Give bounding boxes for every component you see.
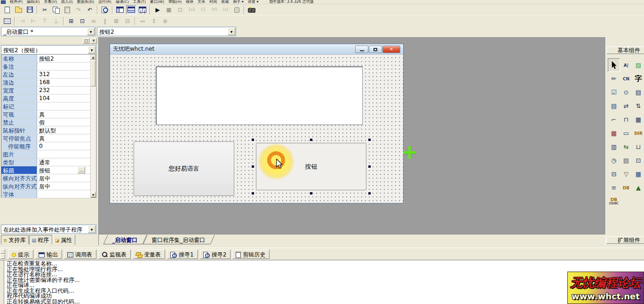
chart-component-icon[interactable]: ▲	[632, 181, 644, 195]
menu-item-查看(V)[interactable]: 查看(V)	[44, 0, 57, 3]
db-source-component-icon[interactable]: DB	[620, 181, 632, 195]
scroll-down-icon[interactable]: ▼	[91, 192, 95, 197]
scrollbar-thumb[interactable]	[91, 60, 95, 86]
object-selector-combo[interactable]: 按钮2（按钮）	[1, 45, 96, 55]
property-row-停留顺序[interactable]: 停留顺序0	[1, 142, 91, 150]
new-file-icon[interactable]	[2, 5, 12, 15]
property-value[interactable]: 居中	[37, 182, 91, 190]
property-row-左边[interactable]: 左边312	[1, 70, 91, 78]
property-row-横向对齐方式[interactable]: 横向对齐方式居中	[1, 174, 91, 182]
pointer-tool-icon[interactable]	[608, 58, 620, 72]
watch-table-button[interactable]: 监视表	[98, 249, 131, 259]
form-designer-icon[interactable]	[2, 16, 12, 26]
component-selector-combo[interactable]: 按钮2	[97, 27, 236, 36]
save-icon[interactable]	[24, 5, 35, 15]
richedit-component-icon[interactable]: ▤	[632, 86, 644, 99]
property-row-可视[interactable]: 可视真	[1, 110, 91, 118]
minimize-icon[interactable]	[355, 46, 368, 53]
db-text-component-icon[interactable]: ≡	[608, 181, 620, 195]
menu-item-插入(I)[interactable]: 插入(I)	[61, 0, 73, 3]
calendar-component-icon[interactable]: ▦	[608, 126, 620, 140]
label-component-icon[interactable]: A|	[620, 58, 632, 72]
dir-component-icon[interactable]: DIR	[632, 126, 644, 140]
property-value[interactable]: 104	[37, 94, 91, 102]
chevron-down-icon[interactable]	[228, 28, 235, 35]
property-value[interactable]: 168	[37, 78, 91, 86]
property-value[interactable]: 居中	[37, 174, 91, 182]
selection-handle[interactable]	[310, 139, 312, 141]
menu-item-模块[interactable]: 模块	[186, 0, 193, 3]
call-table-button[interactable]: 调用表	[64, 249, 96, 259]
tips-button[interactable]: 提示	[8, 249, 33, 259]
property-value[interactable]: 假	[37, 118, 91, 126]
property-value[interactable]	[37, 102, 91, 110]
property-value[interactable]: 0	[37, 142, 91, 150]
copy-icon[interactable]	[51, 5, 61, 15]
property-row-字体[interactable]: 字体	[1, 190, 91, 198]
property-row-标题[interactable]: 标题按钮…	[1, 166, 91, 174]
menu-item-例子 ▾[interactable]: 例子 ▾	[233, 0, 244, 3]
property-row-类型[interactable]: 类型通常	[1, 158, 91, 166]
window-layout-bottom-icon[interactable]	[126, 5, 136, 15]
datepicker-component-icon[interactable]: ▥	[608, 140, 620, 154]
edit-component-icon[interactable]: ✏	[608, 72, 620, 86]
combobox-component-icon[interactable]: CN	[620, 72, 632, 86]
search2-button[interactable]: 搜寻2	[200, 249, 231, 259]
panel-maximize-icon[interactable]: □	[83, 38, 89, 44]
panel-tab-程序[interactable]: ▤程序	[29, 235, 52, 244]
checkbox-component-icon[interactable]: ☑	[608, 86, 620, 99]
hscrollbar-component-icon[interactable]: ⇄	[620, 99, 632, 113]
chevron-down-icon[interactable]	[88, 226, 95, 233]
tab-component-icon[interactable]: ⊓	[620, 113, 632, 126]
selection-handle[interactable]	[368, 139, 371, 141]
selection-handle[interactable]	[252, 165, 254, 168]
cut-icon[interactable]: ✂	[40, 5, 50, 15]
menu-item-编译(C)[interactable]: 编译(C)	[116, 0, 129, 3]
property-value[interactable]: 按钮…	[37, 166, 91, 174]
menu-item-收藏[interactable]: 收藏	[221, 0, 229, 3]
odbc-component-icon[interactable]: DBODBC	[608, 195, 620, 208]
designer-tab-_启动窗口[interactable]: _启动窗口	[103, 235, 147, 244]
find-in-files-icon[interactable]: ✦	[246, 5, 257, 15]
panel-tab-属性[interactable]: ◪属性	[53, 234, 75, 245]
editline-component-icon[interactable]: ▭	[620, 126, 632, 140]
basic-components-header[interactable]: 基本组件	[606, 47, 644, 54]
property-row-图片[interactable]: 图片	[1, 150, 91, 158]
property-grid-scrollbar[interactable]: ▲ ▼	[90, 55, 95, 197]
menu-item-帮助(H)[interactable]: 帮助(H)	[168, 0, 182, 3]
monitor-pair-component-icon[interactable]: ⊟	[608, 167, 620, 181]
property-row-可停留焦点[interactable]: 可停留焦点真	[1, 134, 91, 142]
groupbox-component-icon[interactable]: ⊔	[632, 140, 644, 154]
form-button-hello[interactable]: 您好易语言	[134, 141, 234, 196]
property-value[interactable]: 真	[37, 110, 91, 118]
designer-tab-窗口程序集_启动窗口[interactable]: 窗口程序集_启动窗口	[143, 235, 215, 244]
property-row-标记[interactable]: 标记	[1, 102, 91, 110]
run-icon[interactable]: ▶	[152, 5, 163, 15]
menu-item-工具(T)[interactable]: 工具(T)	[133, 0, 146, 3]
clock-component-icon[interactable]: ◷	[608, 154, 620, 167]
property-value[interactable]: 默认型	[37, 126, 91, 134]
same-width-icon[interactable]: ⊞	[66, 16, 76, 26]
form-selector-combo[interactable]: _启动窗口 *	[1, 27, 95, 36]
printer-component-icon[interactable]: ▤	[620, 154, 632, 167]
property-value[interactable]: 232	[37, 86, 91, 94]
char-label-component-icon[interactable]: 字	[632, 72, 644, 86]
dock-icon[interactable]	[0, 254, 5, 259]
property-value[interactable]	[37, 150, 91, 158]
search1-button[interactable]: 搜寻1	[167, 249, 198, 259]
output-button[interactable]: 输出	[35, 249, 62, 259]
clip-history-button[interactable]: 剪辑历史	[232, 249, 270, 259]
property-row-备注[interactable]: 备注	[1, 62, 91, 70]
window-layout-grid-icon[interactable]	[137, 5, 148, 15]
event-handler-combo[interactable]: 在此处选择加入事件处理子程序	[1, 225, 96, 234]
maximize-icon[interactable]	[369, 46, 382, 53]
property-value[interactable]: 通常	[37, 158, 91, 166]
preview-icon[interactable]	[100, 5, 110, 15]
menu-item-编辑(E)[interactable]: 编辑(E)	[27, 0, 40, 3]
open-file-icon[interactable]	[13, 5, 24, 15]
property-row-鼠标指针[interactable]: 鼠标指针默认型	[1, 126, 91, 134]
monitor-out-component-icon[interactable]: ⊡	[632, 154, 644, 167]
property-row-高度[interactable]: 高度104	[1, 94, 91, 102]
extended-components-header[interactable]: 扩展组件	[606, 236, 644, 244]
selection-handle[interactable]	[368, 165, 371, 168]
